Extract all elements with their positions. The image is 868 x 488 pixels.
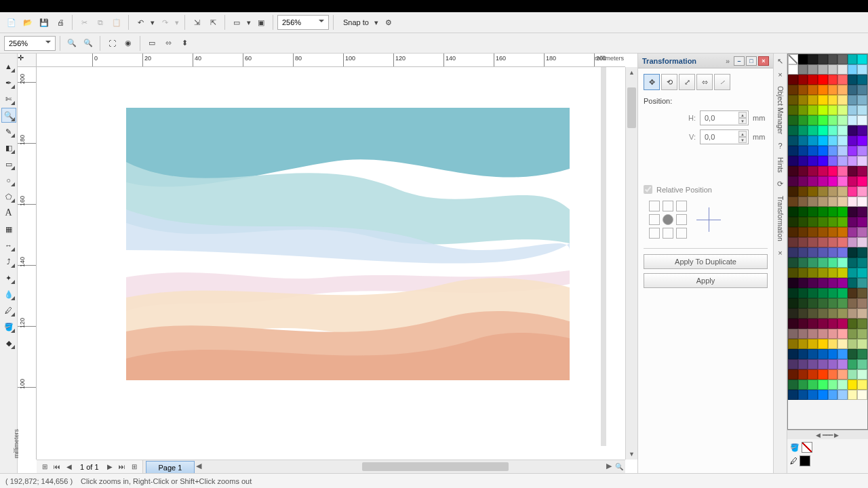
color-swatch[interactable] xyxy=(808,125,818,136)
v-position-input[interactable]: 0,0▲▼ xyxy=(700,129,749,144)
welcome-button[interactable]: ▣ xyxy=(254,15,269,30)
color-swatch[interactable] xyxy=(848,308,858,319)
color-swatch[interactable] xyxy=(848,227,858,237)
color-swatch[interactable] xyxy=(828,176,838,186)
color-swatch[interactable] xyxy=(808,136,818,146)
color-swatch[interactable] xyxy=(857,268,867,278)
color-swatch[interactable] xyxy=(798,308,808,319)
color-swatch[interactable] xyxy=(808,64,818,75)
color-swatch[interactable] xyxy=(798,115,808,125)
color-swatch[interactable] xyxy=(808,247,818,258)
color-swatch[interactable] xyxy=(828,125,838,136)
color-swatch[interactable] xyxy=(818,288,828,298)
color-swatch[interactable] xyxy=(857,156,867,166)
color-swatch[interactable] xyxy=(848,115,858,125)
color-swatch[interactable] xyxy=(828,380,838,390)
color-swatch[interactable] xyxy=(828,349,838,359)
zoom-all-button[interactable]: ◉ xyxy=(121,36,136,51)
color-swatch[interactable] xyxy=(788,64,798,75)
color-swatch[interactable] xyxy=(837,258,848,268)
color-swatch[interactable] xyxy=(818,176,828,186)
zoom-level-select[interactable]: 256% xyxy=(4,36,56,51)
undo-button[interactable]: ↶ xyxy=(133,15,148,30)
page-next-button[interactable]: ▶ xyxy=(104,462,115,472)
color-swatch[interactable] xyxy=(857,64,867,75)
color-swatch[interactable] xyxy=(828,197,838,207)
position-mode-button[interactable]: ✥ xyxy=(644,74,660,90)
app-launcher-button[interactable]: ▭ xyxy=(229,15,244,30)
color-swatch[interactable] xyxy=(857,95,867,105)
color-swatch[interactable] xyxy=(788,105,798,115)
color-swatch[interactable] xyxy=(848,258,858,268)
color-swatch[interactable] xyxy=(788,237,798,247)
rotate-mode-button[interactable]: ⟲ xyxy=(661,74,677,90)
color-swatch[interactable] xyxy=(828,227,838,237)
color-swatch[interactable] xyxy=(818,105,828,115)
color-swatch[interactable] xyxy=(837,319,848,329)
color-swatch[interactable] xyxy=(857,308,867,319)
color-swatch[interactable] xyxy=(788,207,798,217)
color-swatch[interactable] xyxy=(828,186,838,197)
color-swatch[interactable] xyxy=(808,339,818,349)
color-swatch[interactable] xyxy=(808,278,818,288)
color-swatch[interactable] xyxy=(808,349,818,359)
color-swatch[interactable] xyxy=(837,146,848,156)
color-swatch[interactable] xyxy=(828,136,838,146)
color-swatch[interactable] xyxy=(837,329,848,339)
page-last-button[interactable]: ⏭ xyxy=(117,462,127,472)
color-swatch[interactable] xyxy=(798,85,808,95)
color-swatch[interactable] xyxy=(848,339,858,349)
color-swatch[interactable] xyxy=(798,176,808,186)
color-swatch[interactable] xyxy=(837,125,848,136)
color-swatch[interactable] xyxy=(818,115,828,125)
color-swatch[interactable] xyxy=(788,359,798,369)
color-swatch[interactable] xyxy=(798,105,808,115)
color-swatch[interactable] xyxy=(788,369,798,380)
color-swatch[interactable] xyxy=(798,217,808,227)
zoom-page-button[interactable]: ▭ xyxy=(144,36,159,51)
color-swatch[interactable] xyxy=(828,319,838,329)
export-button[interactable]: ⇱ xyxy=(205,15,220,30)
color-swatch[interactable] xyxy=(798,156,808,166)
color-swatch[interactable] xyxy=(808,308,818,319)
color-swatch[interactable] xyxy=(808,166,818,176)
color-swatch[interactable] xyxy=(798,64,808,75)
color-swatch[interactable] xyxy=(848,390,858,400)
color-swatch[interactable] xyxy=(818,207,828,217)
color-swatch[interactable] xyxy=(857,319,867,329)
color-swatch[interactable] xyxy=(828,166,838,176)
color-swatch[interactable] xyxy=(798,380,808,390)
color-swatch[interactable] xyxy=(837,85,848,95)
color-swatch[interactable] xyxy=(818,237,828,247)
zoom-out-button[interactable]: 🔍- xyxy=(81,36,96,51)
color-swatch[interactable] xyxy=(837,369,848,380)
color-swatch[interactable] xyxy=(848,95,858,105)
color-swatch[interactable] xyxy=(818,258,828,268)
color-swatch[interactable] xyxy=(818,359,828,369)
color-swatch[interactable] xyxy=(808,258,818,268)
color-swatch[interactable] xyxy=(798,339,808,349)
color-swatch[interactable] xyxy=(808,217,818,227)
color-swatch[interactable] xyxy=(848,319,858,329)
zoom-in-button[interactable]: 🔍 xyxy=(64,36,79,51)
help-icon[interactable]: ? xyxy=(776,141,785,150)
color-swatch[interactable] xyxy=(808,359,818,369)
cursor-icon[interactable]: ↖ xyxy=(776,56,785,66)
color-swatch[interactable] xyxy=(788,54,798,64)
color-swatch[interactable] xyxy=(788,85,798,95)
color-swatch[interactable] xyxy=(848,75,858,85)
color-swatch[interactable] xyxy=(828,85,838,95)
rectangle-tool[interactable]: ▭ xyxy=(1,157,16,171)
page-first-button[interactable]: ⏮ xyxy=(52,462,62,472)
color-swatch[interactable] xyxy=(848,146,858,156)
color-swatch[interactable] xyxy=(857,115,867,125)
color-swatch[interactable] xyxy=(798,278,808,288)
color-swatch[interactable] xyxy=(808,237,818,247)
color-swatch[interactable] xyxy=(798,237,808,247)
docker-close-button[interactable]: × xyxy=(758,56,769,66)
color-swatch[interactable] xyxy=(798,329,808,339)
color-swatch[interactable] xyxy=(798,288,808,298)
color-swatch[interactable] xyxy=(798,146,808,156)
color-swatch[interactable] xyxy=(788,75,798,85)
text-tool[interactable]: A xyxy=(1,205,16,220)
